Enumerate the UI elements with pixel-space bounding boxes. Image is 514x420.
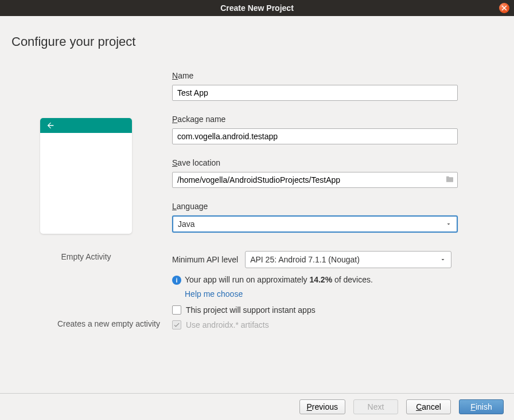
close-icon [501, 5, 507, 11]
window-title: Create New Project [220, 3, 294, 13]
window-close-button[interactable] [499, 3, 509, 13]
api-info-row: i Your app will run on approximately 14.… [172, 275, 503, 285]
chevron-down-icon [439, 256, 446, 263]
instant-apps-checkbox[interactable] [172, 305, 181, 315]
form-column: Name Package name Save location Language… [172, 66, 503, 393]
name-input[interactable] [172, 85, 458, 101]
androidx-checkbox [172, 320, 181, 329]
save-location-label: Save location [172, 158, 503, 167]
page-heading: Configure your project [0, 16, 514, 49]
api-label: Minimum API level [172, 255, 238, 264]
template-preview-column: Empty Activity Creates a new empty activ… [11, 66, 161, 393]
save-location-input[interactable] [172, 172, 458, 188]
footer-buttons: Previous Next Cancel Finish [0, 393, 514, 420]
chevron-down-icon [445, 221, 452, 227]
next-button: Next [353, 399, 398, 414]
info-icon: i [172, 276, 181, 285]
template-name: Empty Activity [61, 252, 111, 261]
help-me-choose-link[interactable]: Help me choose [185, 289, 503, 299]
api-info-text: Your app will run on approximately 14.2%… [185, 275, 373, 284]
androidx-row: Use androidx.* artifacts [172, 320, 503, 329]
androidx-label: Use androidx.* artifacts [186, 320, 269, 329]
folder-icon [445, 175, 454, 183]
language-select-value: Java [178, 219, 195, 229]
template-preview [40, 118, 132, 234]
content-area: Empty Activity Creates a new empty activ… [0, 49, 514, 393]
back-arrow-icon [46, 121, 55, 130]
package-label: Package name [172, 115, 503, 124]
cancel-button[interactable]: Cancel [406, 399, 451, 414]
template-preview-appbar [40, 118, 132, 133]
package-input[interactable] [172, 128, 458, 144]
api-select[interactable]: API 25: Android 7.1.1 (Nougat) [245, 251, 451, 268]
language-label: Language [172, 202, 503, 211]
browse-folder-button[interactable] [445, 175, 454, 185]
api-row: Minimum API level API 25: Android 7.1.1 … [172, 251, 503, 268]
api-select-value: API 25: Android 7.1.1 (Nougat) [250, 255, 360, 264]
language-select[interactable]: Java [172, 215, 458, 233]
finish-button[interactable]: Finish [459, 399, 504, 414]
name-label: Name [172, 71, 503, 80]
instant-apps-label: This project will support instant apps [186, 305, 316, 315]
template-description: Creates a new empty activity [11, 319, 160, 329]
titlebar: Create New Project [0, 0, 514, 16]
previous-button[interactable]: Previous [299, 399, 345, 414]
instant-apps-row: This project will support instant apps [172, 305, 503, 315]
